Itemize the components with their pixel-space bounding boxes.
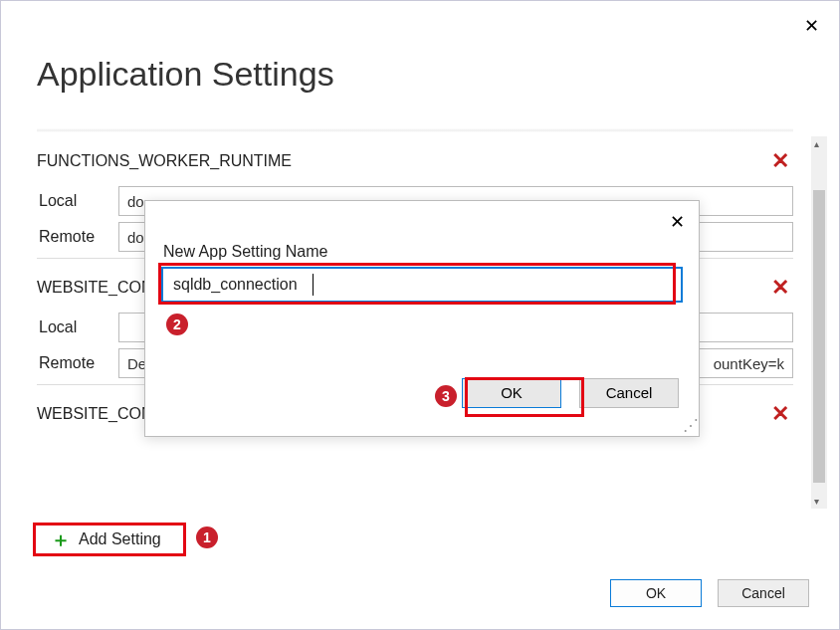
setting-name: FUNCTIONS_WORKER_RUNTIME — [37, 152, 292, 170]
modal-input-wrap — [161, 267, 683, 303]
add-setting-button[interactable]: ＋ Add Setting — [43, 525, 169, 553]
add-setting-label: Add Setting — [79, 530, 161, 548]
annotation-callout: 1 — [196, 526, 218, 548]
modal-buttons: OK Cancel — [462, 378, 679, 408]
setting-name-input[interactable] — [161, 267, 683, 303]
modal-ok-button[interactable]: OK — [462, 378, 561, 408]
modal-cancel-button[interactable]: Cancel — [579, 378, 679, 408]
delete-icon[interactable]: ✕ — [771, 275, 789, 301]
new-setting-dialog: ✕ New App Setting Name OK Cancel ⋰ — [144, 200, 700, 437]
scroll-down-icon[interactable]: ▾ — [814, 496, 819, 507]
setting-header: FUNCTIONS_WORKER_RUNTIME ✕ — [37, 142, 793, 180]
scrollbar-thumb[interactable] — [813, 190, 825, 483]
cancel-button[interactable]: Cancel — [718, 579, 809, 607]
delete-icon[interactable]: ✕ — [771, 148, 789, 174]
dialog-footer: OK Cancel — [610, 579, 809, 607]
row-label-local: Local — [37, 318, 110, 336]
scrollbar[interactable]: ▴ ▾ — [811, 136, 827, 509]
ok-button[interactable]: OK — [610, 579, 702, 607]
divider — [37, 128, 793, 132]
delete-icon[interactable]: ✕ — [771, 401, 789, 427]
row-label-remote: Remote — [37, 354, 110, 372]
dialog-window: ✕ Application Settings FUNCTIONS_WORKER_… — [0, 0, 840, 630]
resize-grip-icon[interactable]: ⋰ — [683, 420, 697, 434]
plus-icon: ＋ — [51, 529, 71, 549]
remote-value-tail: ountKey=k — [714, 355, 784, 372]
scroll-up-icon[interactable]: ▴ — [814, 138, 819, 149]
row-label-local: Local — [37, 192, 110, 210]
setting-name: WEBSITE_CON — [37, 279, 152, 297]
row-label-remote: Remote — [37, 228, 110, 246]
modal-label: New App Setting Name — [163, 243, 327, 261]
close-icon[interactable]: ✕ — [804, 15, 819, 37]
text-cursor — [313, 274, 314, 296]
page-title: Application Settings — [37, 55, 334, 94]
close-icon[interactable]: ✕ — [670, 211, 685, 233]
